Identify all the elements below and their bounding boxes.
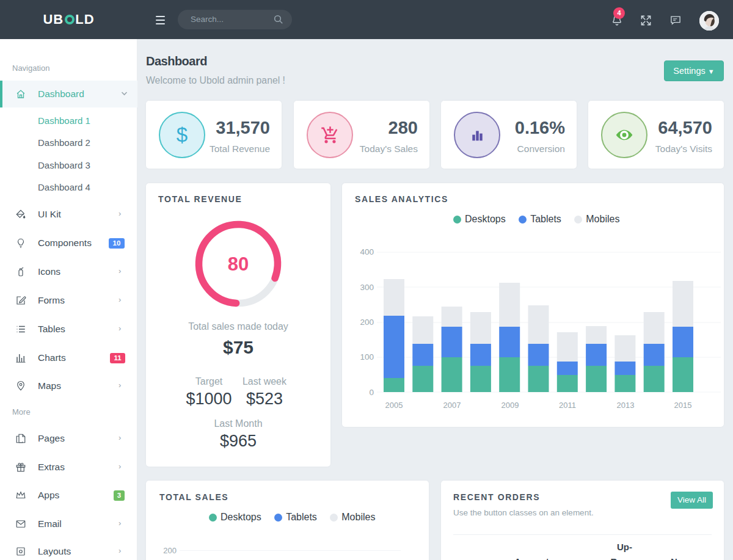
svg-text:100: 100: [360, 352, 374, 362]
svg-text:200: 200: [360, 318, 374, 327]
svg-text:2005: 2005: [385, 401, 403, 410]
svg-text:2009: 2009: [501, 401, 519, 410]
svg-text:2013: 2013: [617, 401, 635, 410]
svg-text:2007: 2007: [443, 401, 461, 410]
svg-text:300: 300: [360, 283, 374, 292]
svg-text:2015: 2015: [674, 401, 692, 410]
svg-text:400: 400: [360, 247, 374, 256]
svg-text:2011: 2011: [559, 401, 576, 410]
svg-text:0: 0: [369, 388, 374, 397]
svg-text:80: 80: [228, 253, 249, 275]
